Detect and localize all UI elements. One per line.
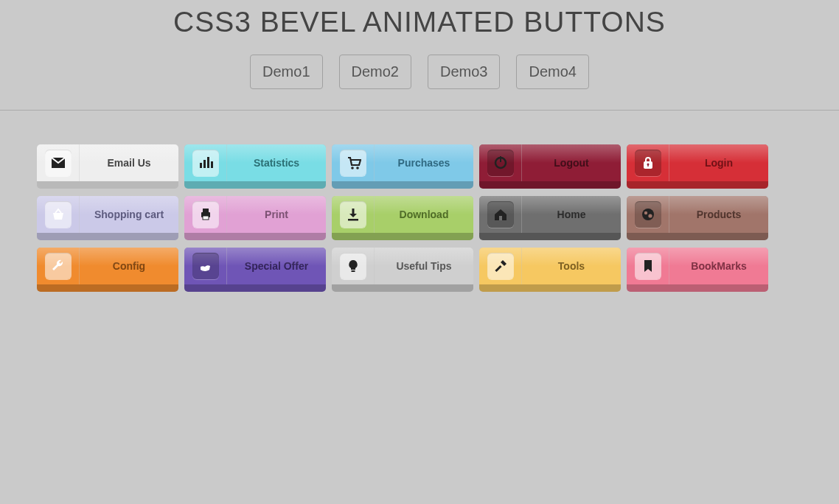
download-icon — [340, 201, 366, 228]
purchases-button[interactable]: Purchases — [332, 144, 473, 189]
button-label: Config — [80, 248, 178, 284]
bookmark-icon — [635, 253, 661, 279]
home-icon — [487, 201, 514, 228]
button-grid: Email UsStatisticsPurchasesLogoutLoginSh… — [37, 144, 802, 292]
icon-box — [37, 196, 80, 233]
button-label: Home — [522, 196, 621, 233]
login-button[interactable]: Login — [627, 144, 768, 189]
button-label: Products — [669, 196, 768, 233]
button-label: Login — [669, 144, 768, 181]
special-offer-button[interactable]: Special Offer — [184, 248, 326, 292]
icon-box — [332, 248, 375, 284]
statistics-button[interactable]: Statistics — [184, 144, 326, 189]
icon-box — [627, 144, 669, 181]
button-label: Shopping cart — [80, 196, 178, 233]
button-label: BookMarks — [669, 248, 768, 284]
home-button[interactable]: Home — [479, 196, 621, 240]
download-button[interactable]: Download — [332, 196, 473, 240]
mail-icon — [45, 150, 72, 176]
content: Email UsStatisticsPurchasesLogoutLoginSh… — [0, 111, 839, 326]
cart-icon — [340, 150, 366, 176]
hand-icon — [192, 253, 219, 279]
config-button[interactable]: Config — [37, 248, 178, 292]
wrench-icon — [45, 253, 72, 279]
print-icon — [192, 201, 219, 228]
header: CSS3 BEVEL ANIMATED BUTTONS Demo1 Demo2 … — [0, 0, 839, 111]
tab-demo2[interactable]: Demo2 — [339, 55, 411, 89]
stats-icon — [192, 150, 219, 176]
tab-demo1[interactable]: Demo1 — [250, 55, 322, 89]
icon-box — [627, 248, 669, 284]
icon-box — [332, 144, 375, 181]
icon-box — [184, 144, 227, 181]
page-title: CSS3 BEVEL ANIMATED BUTTONS — [0, 6, 839, 38]
email-us-button[interactable]: Email Us — [37, 144, 178, 189]
tools-button[interactable]: Tools — [479, 248, 621, 292]
button-label: Download — [375, 196, 473, 233]
useful-tips-button[interactable]: Useful Tips — [332, 248, 473, 292]
logout-button[interactable]: Logout — [479, 144, 621, 189]
icon-box — [479, 144, 522, 181]
icon-box — [479, 248, 522, 284]
button-label: Purchases — [375, 144, 473, 181]
demo-tabs: Demo1 Demo2 Demo3 Demo4 — [0, 55, 839, 89]
hammer-icon — [487, 253, 514, 279]
print-button[interactable]: Print — [184, 196, 326, 240]
button-label: Special Offer — [227, 248, 326, 284]
icon-box — [37, 248, 80, 284]
icon-box — [37, 144, 80, 181]
button-label: Useful Tips — [375, 248, 473, 284]
button-label: Statistics — [227, 144, 326, 181]
button-label: Email Us — [80, 144, 178, 181]
globe-icon — [635, 201, 661, 228]
button-label: Tools — [522, 248, 621, 284]
icon-box — [184, 196, 227, 233]
bulb-icon — [340, 253, 366, 279]
icon-box — [627, 196, 669, 233]
shopping-cart-button[interactable]: Shopping cart — [37, 196, 178, 240]
icon-box — [184, 248, 227, 284]
products-button[interactable]: Products — [627, 196, 768, 240]
button-label: Logout — [522, 144, 621, 181]
basket-icon — [45, 201, 72, 228]
tab-demo3[interactable]: Demo3 — [428, 55, 500, 89]
tab-demo4[interactable]: Demo4 — [516, 55, 588, 89]
power-icon — [487, 150, 514, 176]
bookmarks-button[interactable]: BookMarks — [627, 248, 768, 292]
button-label: Print — [227, 196, 326, 233]
icon-box — [479, 196, 522, 233]
icon-box — [332, 196, 375, 233]
lock-icon — [635, 150, 661, 176]
